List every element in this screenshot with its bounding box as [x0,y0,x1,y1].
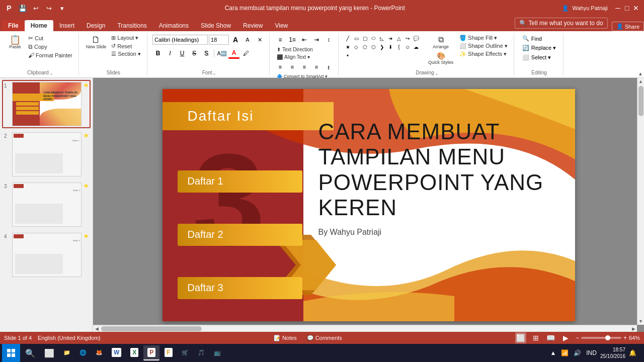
shape-down-arrow[interactable]: ⬇ [386,43,394,51]
zoom-in-button[interactable]: + [623,334,627,341]
paste-button[interactable]: 📋 Paste [5,34,25,51]
select-button[interactable]: ⬜ Select ▾ [519,53,559,62]
taskbar-app-f[interactable]: F [160,345,176,360]
slide-sorter-button[interactable]: ⊞ [530,332,541,343]
normal-view-button[interactable]: ⬜ [515,332,526,343]
shape-line[interactable]: ╱ [344,34,352,42]
start-button[interactable] [2,344,20,362]
numbering-button[interactable]: 1≡ [287,34,298,45]
taskbar-app-shop[interactable]: 🛒 [178,345,193,360]
scroll-thumb-horizontal[interactable] [101,326,202,331]
shape-hexagon[interactable]: ⬡ [369,43,377,51]
notifications-icon[interactable]: 🔔 [627,348,638,357]
tab-insert[interactable]: Insert [53,20,80,31]
taskbar-app-tv[interactable]: 📺 [210,345,225,360]
ribbon-search-box[interactable]: 🔍 Tell me what you want to do [515,18,608,29]
notes-button[interactable]: 📝 Notes [271,334,300,342]
find-button[interactable]: 🔍 Find [519,34,559,43]
shape-tri[interactable]: △ [395,34,403,42]
horizontal-scrollbar[interactable]: ◀ ▶ [93,325,637,332]
taskbar-file-explorer[interactable]: 📁 [59,345,74,360]
columns-button[interactable]: ⫿ [323,61,334,72]
slide-edit-area[interactable]: Daftar Isi 3 Daftar 1 Daftar 2 Daftar 3 [93,78,644,332]
shape-smiley[interactable]: ☺ [404,43,412,51]
shape-outline-button[interactable]: ⬜ Shape Outline ▾ [457,42,510,50]
underline-button[interactable]: U [177,48,188,59]
section-button[interactable]: ☰ Section ▾ [109,50,143,58]
shadow-button[interactable]: S [201,48,212,59]
font-color-button[interactable]: A [228,48,239,59]
tab-slideshow[interactable]: Slide Show [195,20,237,31]
zoom-thumb[interactable] [605,335,610,340]
zoom-slider[interactable] [581,337,621,339]
decrease-indent-button[interactable]: ⇤ [299,34,310,45]
minimize-button[interactable]: ─ [614,4,622,12]
share-button[interactable]: 👤 Share [612,22,644,31]
shape-pentagon[interactable]: ⬠ [361,43,369,51]
volume-icon[interactable]: 🔊 [572,348,583,357]
align-left-button[interactable]: ≡ [275,61,286,72]
grow-font-button[interactable]: A [230,34,241,45]
bullets-button[interactable]: ≡ [275,34,286,45]
line-spacing-button[interactable]: ↕ [323,34,334,45]
scroll-down-button[interactable]: ▼ [637,318,645,325]
shape-callout[interactable]: 💬 [412,34,420,42]
user-area[interactable]: 👤 Wahyu Patriaji [562,5,608,12]
increase-indent-button[interactable]: ⇥ [311,34,322,45]
cut-button[interactable]: ✂ Cut [26,34,74,42]
layout-button[interactable]: ⊞ Layout ▾ [109,34,143,42]
tab-view[interactable]: View [269,20,294,31]
comments-button[interactable]: 💬 Comments [304,334,345,342]
search-taskbar[interactable]: 🔍 [21,344,39,362]
tab-animations[interactable]: Animations [153,20,195,31]
taskbar-clock[interactable]: 18:57 25/10/2016 [600,346,625,359]
reset-button[interactable]: ↺ Reset [109,42,143,50]
language-icon[interactable]: IND [585,348,598,357]
zoom-out-button[interactable]: − [576,334,579,341]
slide-thumb-1[interactable]: 1 CARA MEMBUAT TAMPILAN MENU POWERPOINT … [2,80,91,128]
clear-format-button[interactable]: ✕ [254,34,265,45]
shape-chevron[interactable]: ❯ [378,43,386,51]
shape-rect[interactable]: ▭ [352,34,360,42]
tab-home[interactable]: Home [25,20,53,31]
tab-transitions[interactable]: Transitions [111,20,152,31]
italic-button[interactable]: I [165,48,176,59]
taskbar-excel[interactable]: X [126,345,142,360]
text-direction-button[interactable]: ⬆ Text Direction [275,46,315,53]
bold-button[interactable]: B [152,48,164,59]
vertical-scrollbar[interactable]: ▲ ▼ [637,78,644,325]
scroll-up-button[interactable]: ▲ [637,78,645,85]
close-button[interactable]: ✕ [632,4,640,12]
replace-button[interactable]: 🔄 Replace ▾ [519,44,559,52]
copy-button[interactable]: ⧉ Copy [26,43,74,51]
maximize-button[interactable]: □ [623,4,631,12]
shrink-font-button[interactable]: A [242,34,253,45]
scroll-thumb-vertical[interactable] [638,86,643,116]
font-size-input[interactable] [209,35,229,45]
center-button[interactable]: ≡ [287,61,298,72]
tab-review[interactable]: Review [237,20,269,31]
redo-button[interactable]: ↪ [43,3,54,14]
arrange-button[interactable]: ⧉ Arrange [426,34,455,50]
shape-arrow[interactable]: ➔ [386,34,394,42]
taskbar-app-media[interactable]: 🎵 [194,345,209,360]
align-text-button[interactable]: ⬛ Align Text ▾ [275,54,312,60]
align-right-button[interactable]: ≡ [299,61,310,72]
slide-thumb-3[interactable]: 3 Daftar 2 ⭐ [2,180,91,229]
slide-thumb-4[interactable]: 4 Daftar 3 ⭐ [2,231,91,279]
tab-file[interactable]: File [2,20,25,31]
tab-design[interactable]: Design [80,20,111,31]
taskbar-powerpoint[interactable]: P [143,345,159,360]
task-view[interactable]: ⬜ [40,344,58,362]
format-painter-button[interactable]: 🖌 Format Painter [26,51,74,59]
scroll-left-button[interactable]: ◀ [93,325,100,332]
shape-rounded-rect[interactable]: ▢ [361,34,369,42]
taskbar-firefox[interactable]: 🦊 [92,345,107,360]
shape-oval[interactable]: ⬭ [369,34,377,42]
shape-effects-button[interactable]: ✨ Shape Effects ▾ [457,50,510,58]
highlight-button[interactable]: 🖊 [240,48,252,59]
slide-canvas[interactable]: Daftar Isi 3 Daftar 1 Daftar 2 Daftar 3 [163,89,575,321]
shape-diamond[interactable]: ◇ [352,43,360,51]
shape-right-tri[interactable]: ◺ [378,34,386,42]
shape-cloud[interactable]: ☁ [412,43,420,51]
